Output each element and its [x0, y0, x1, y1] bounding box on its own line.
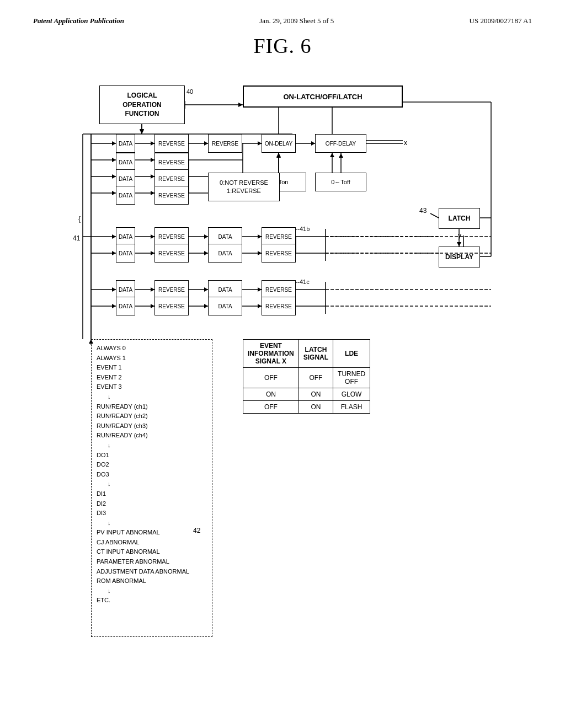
label-40: 40 — [186, 88, 193, 95]
svg-marker-1 — [140, 130, 144, 134]
label-43: 43 — [419, 207, 427, 215]
label-41-brace: { — [78, 215, 81, 223]
svg-marker-47 — [204, 251, 208, 255]
table-cell-latch-1: OFF — [299, 368, 333, 388]
svg-marker-81 — [112, 287, 116, 292]
svg-marker-71 — [112, 158, 116, 162]
table-header-event: EVENTINFORMATIONSIGNAL X — [243, 340, 299, 368]
label-41c: ---41c — [294, 279, 310, 285]
reverse-box-41b-r2b: REVERSE — [262, 244, 296, 263]
svg-marker-53 — [151, 287, 154, 292]
on-latch-box: ON-LATCH/OFF/LATCH — [243, 85, 403, 108]
svg-marker-77 — [112, 234, 116, 239]
svg-marker-60 — [151, 304, 154, 308]
reverse-box-r1: REVERSE — [154, 134, 189, 153]
data-box-41b-r1: DATA — [116, 227, 135, 246]
label-x: x — [404, 139, 407, 147]
svg-marker-98 — [339, 153, 343, 158]
svg-marker-96 — [276, 153, 281, 158]
label-41b: ---41b — [294, 226, 310, 232]
page-header: Patent Application Publication Jan. 29, … — [33, 17, 532, 25]
table-row-1: OFF OFF TURNEDOFF — [243, 368, 370, 388]
reverse-box-r3: REVERSE — [154, 169, 189, 188]
svg-marker-79 — [112, 251, 116, 255]
table-cell-event-3: OFF — [243, 401, 299, 414]
header-date-sheet: Jan. 29, 2009 Sheet 5 of 5 — [259, 17, 334, 25]
table-header-latch: LATCHSIGNAL — [299, 340, 333, 368]
svg-marker-42 — [258, 234, 262, 239]
reverse-box-41b-r1b: REVERSE — [262, 227, 296, 246]
reverse-box-r1b: REVERSE — [208, 134, 242, 153]
latch-box: LATCH — [439, 208, 480, 229]
svg-marker-73 — [112, 174, 116, 179]
reverse-box-41c-r1b: REVERSE — [262, 280, 296, 299]
reverse-box-41c-r2: REVERSE — [154, 297, 189, 315]
reverse-box-41b-r2: REVERSE — [154, 244, 189, 263]
reverse-box-r4: REVERSE — [154, 186, 189, 205]
svg-marker-69 — [112, 141, 116, 146]
data-box-41b-r2b: DATA — [208, 244, 242, 263]
data-box-41b-r1b: DATA — [208, 227, 242, 246]
svg-marker-10 — [204, 141, 208, 146]
svg-marker-19 — [151, 174, 154, 179]
on-delay-box: ON-DELAY — [262, 134, 296, 153]
svg-marker-38 — [151, 234, 154, 239]
svg-marker-62 — [204, 304, 208, 308]
table-cell-event-2: ON — [243, 388, 299, 401]
table-row-3: OFF ON FLASH — [243, 401, 370, 414]
svg-marker-64 — [258, 304, 262, 308]
svg-marker-27 — [276, 153, 281, 157]
svg-marker-45 — [151, 251, 154, 255]
svg-marker-40 — [204, 234, 208, 239]
svg-marker-57 — [258, 287, 262, 292]
data-box-41c-r1b: DATA — [208, 280, 242, 299]
svg-marker-22 — [151, 191, 154, 195]
svg-marker-30 — [330, 153, 334, 157]
label-y: y — [458, 232, 461, 239]
display-box: DISPLAY — [439, 247, 480, 267]
svg-marker-91 — [140, 129, 144, 133]
off-delay-box: OFF-DELAY — [315, 134, 366, 153]
svg-line-100 — [430, 213, 439, 218]
data-box-r3: DATA — [116, 169, 135, 188]
info-table: EVENTINFORMATIONSIGNAL X LATCHSIGNAL LDE… — [243, 339, 370, 414]
svg-marker-93 — [238, 103, 243, 107]
svg-marker-102 — [457, 242, 461, 247]
data-box-r1: DATA — [116, 134, 135, 153]
reverse-box-41b-r1: REVERSE — [154, 227, 189, 246]
diagram-area: LOGICALOPERATIONFUNCTION 40 ON-LATCH/OFF… — [33, 69, 532, 687]
svg-marker-8 — [151, 141, 154, 146]
svg-marker-75 — [112, 191, 116, 195]
header-publication: Patent Application Publication — [33, 17, 124, 25]
svg-marker-83 — [112, 304, 116, 308]
header-patent-number: US 2009/0027187 A1 — [470, 17, 532, 25]
reverse-box-r2: REVERSE — [154, 153, 189, 172]
reverse-box-41c-r1: REVERSE — [154, 280, 189, 299]
table-cell-lde-2: GLOW — [333, 388, 370, 401]
table-cell-latch-3: ON — [299, 401, 333, 414]
table-cell-latch-2: ON — [299, 388, 333, 401]
data-box-41b-r2: DATA — [116, 244, 135, 263]
page: Patent Application Publication Jan. 29, … — [0, 0, 565, 728]
svg-marker-55 — [204, 287, 208, 292]
not-reverse-box: 0:NOT REVERSE1:REVERSE — [208, 173, 280, 201]
data-box-r2: DATA — [116, 153, 135, 172]
table-row-2: ON ON GLOW — [243, 388, 370, 401]
toff-box: 0～Toff — [315, 173, 366, 191]
svg-marker-14 — [311, 141, 315, 146]
data-box-41c-r2: DATA — [116, 297, 135, 315]
label-41: 41 — [73, 234, 80, 242]
figure-title: FIG. 6 — [33, 34, 532, 58]
table-cell-lde-3: FLASH — [333, 401, 370, 414]
table-header-lde: LDE — [333, 340, 370, 368]
svg-marker-49 — [258, 251, 262, 255]
data-box-41c-r1: DATA — [116, 280, 135, 299]
svg-marker-12 — [258, 141, 262, 146]
data-box-r4: DATA — [116, 186, 135, 205]
reverse-box-41c-r2b: REVERSE — [262, 297, 296, 315]
data-box-41c-r2b: DATA — [208, 297, 242, 315]
logical-operation-box: LOGICALOPERATIONFUNCTION — [99, 85, 185, 124]
left-list-text: ALWAYS 0 ALWAYS 1 EVENT 1 EVENT 2 EVENT … — [97, 344, 189, 606]
svg-marker-16 — [151, 158, 154, 162]
label-42: 42 — [193, 527, 200, 534]
